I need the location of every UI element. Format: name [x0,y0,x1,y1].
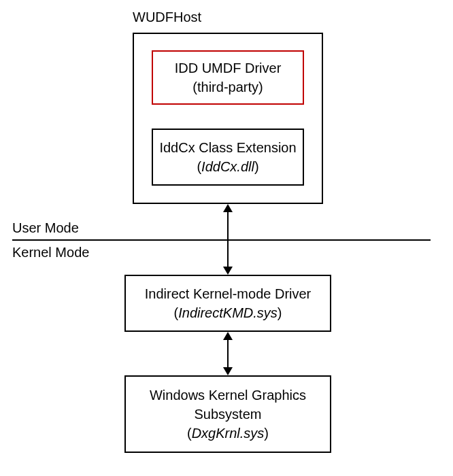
paren-close: ) [254,159,259,174]
idd-driver-line2: (third-party) [192,78,263,97]
dxgkrnl-sys-name: DxgKrnl.sys [192,426,265,441]
wudfhost-label: WUDFHost [133,10,201,25]
mode-divider-line [12,239,431,241]
dxgkrnl-line2: Subsystem [195,405,262,424]
dxgkrnl-line1: Windows Kernel Graphics [150,386,306,405]
paren-open-3: ( [187,426,192,441]
idd-umdf-driver-box: IDD UMDF Driver (third-party) [152,50,304,105]
indirect-kmd-box: Indirect Kernel-mode Driver (IndirectKMD… [124,275,331,332]
kernel-mode-label: Kernel Mode [12,245,89,260]
indirect-kmd-line2: (IndirectKMD.sys) [174,303,282,322]
iddcx-line1: IddCx Class Extension [159,138,296,157]
iddcx-line2: (IddCx.dll) [197,157,258,176]
user-mode-label: User Mode [12,220,79,236]
paren-close-3: ) [264,426,269,441]
indirect-kmd-line1: Indirect Kernel-mode Driver [145,284,312,303]
dxgkrnl-line3: (DxgKrnl.sys) [187,424,269,443]
indirectkmd-sys-name: IndirectKMD.sys [178,305,278,320]
dxgkrnl-box: Windows Kernel Graphics Subsystem (DxgKr… [124,375,331,453]
iddcx-extension-box: IddCx Class Extension (IddCx.dll) [152,129,304,186]
paren-close-2: ) [278,305,282,320]
idd-driver-line1: IDD UMDF Driver [175,58,282,78]
iddcx-dll-name: IddCx.dll [201,159,254,174]
